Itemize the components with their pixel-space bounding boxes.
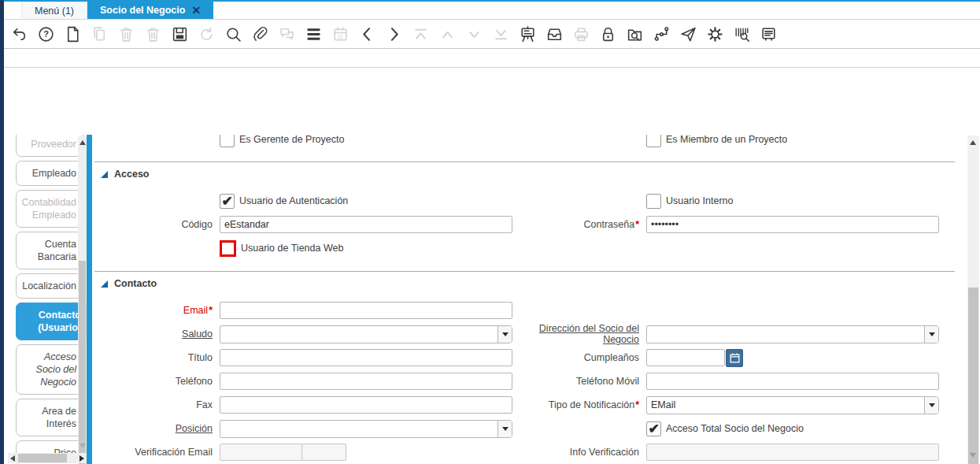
dropdown-arrow-icon[interactable]	[497, 421, 512, 437]
email-input[interactable]	[220, 302, 512, 319]
email-label: Email	[183, 305, 208, 316]
toolbar: ?31	[4, 20, 980, 49]
verificacion-email-input-2	[301, 444, 346, 461]
sidebar-tab-label: Empleado	[32, 168, 76, 179]
next-record-icon[interactable]	[385, 25, 403, 43]
scroll-up-icon[interactable]	[80, 140, 86, 145]
saludo-label[interactable]: Saludo	[94, 329, 213, 340]
titulo-label: Título	[94, 352, 213, 363]
collapse-triangle-icon[interactable]	[101, 171, 108, 178]
group-header-contacto[interactable]: Contacto	[101, 277, 967, 290]
telefono-input[interactable]	[220, 373, 512, 390]
quick-form-icon[interactable]	[760, 25, 778, 43]
grid-toggle-icon[interactable]	[305, 25, 323, 43]
sidebar-tab-area-de-interes[interactable]: Area de Interés	[16, 399, 83, 436]
zoom-across-icon[interactable]	[626, 25, 644, 43]
sidebar-vertical-scrollbar[interactable]	[78, 136, 87, 452]
scroll-down-icon[interactable]	[970, 453, 976, 458]
new-record-icon[interactable]	[64, 25, 82, 43]
previous-record-icon[interactable]	[358, 25, 376, 43]
required-asterisk: *	[635, 399, 639, 410]
sidebar-tab-label: Contabilidad Proveedor	[22, 135, 77, 150]
section-separator	[94, 271, 955, 272]
es-gerente-de-proyecto-checkbox[interactable]	[220, 135, 235, 147]
acceso-total-socio-checkbox[interactable]: ✔	[646, 421, 661, 436]
main-area: Contabilidad ProveedorEmpleadoContabilid…	[4, 67, 980, 464]
es-gerente-de-proyecto-label: Es Gerente de Proyecto	[239, 135, 344, 145]
save-icon[interactable]	[171, 25, 189, 43]
sidebar-tab-label: Acceso Socio del Negocio	[36, 351, 76, 388]
telefono-movil-input[interactable]	[646, 373, 939, 390]
sidebar-tabs: Contabilidad ProveedorEmpleadoContabilid…	[8, 135, 87, 464]
group-header-acceso[interactable]: Acceso	[101, 168, 967, 180]
attachment-icon[interactable]	[251, 25, 269, 43]
dropdown-arrow-icon[interactable]	[924, 397, 938, 414]
usuario-de-autenticacion-label: Usuario de Autenticación	[239, 195, 348, 206]
section-separator	[94, 161, 955, 162]
acceso-total-socio-label: Acceso Total Socio del Negocio	[666, 423, 804, 434]
window-left-edge	[0, 0, 4, 464]
export-icon[interactable]	[679, 25, 697, 43]
detail-record-icon	[465, 25, 483, 43]
product-info-icon[interactable]	[733, 25, 751, 43]
archive-icon[interactable]	[545, 25, 564, 43]
cumpleanos-input[interactable]	[646, 349, 725, 366]
required-asterisk: *	[209, 305, 213, 316]
sidebar-tab-label: Cuenta Bancaria	[38, 239, 76, 262]
usuario-interno-checkbox[interactable]	[646, 194, 661, 209]
codigo-input[interactable]	[220, 216, 512, 233]
sidebar-tab-cuenta-bancaria[interactable]: Cuenta Bancaria	[16, 232, 83, 269]
usuario-de-tienda-web-checkbox[interactable]	[220, 240, 236, 257]
codigo-label: Código	[94, 219, 213, 230]
es-miembro-de-un-proyecto-label: Es Miembro de un Proyecto	[666, 135, 787, 145]
direccion-del-socio-label[interactable]: Dirección del Socio del Negocio	[520, 323, 639, 346]
workflow-icon[interactable]	[653, 25, 671, 43]
posicion-label[interactable]: Posición	[94, 423, 213, 434]
sidebar-tab-acceso-socio-del-negocio[interactable]: Acceso Socio del Negocio	[16, 344, 83, 395]
titulo-input[interactable]	[220, 349, 512, 366]
last-record-icon	[492, 25, 510, 43]
main-vertical-scrollbar[interactable]	[967, 135, 979, 462]
scroll-up-icon[interactable]	[970, 140, 976, 145]
fax-input[interactable]	[220, 396, 512, 414]
accent-top-line	[0, 0, 980, 2]
undo-icon[interactable]	[10, 25, 28, 43]
sidebar-tab-contabilidad-proveedor[interactable]: Contabilidad Proveedor	[16, 135, 83, 157]
saludo-combobox[interactable]	[220, 325, 512, 343]
sidebar-tab-contacto-usuario[interactable]: Contacto (Usuario)	[16, 303, 87, 340]
close-tab-icon[interactable]: ✕	[191, 5, 201, 16]
sidebar-horizontal-scrollbar[interactable]	[8, 453, 87, 463]
collapse-triangle-icon[interactable]	[101, 280, 108, 288]
info-verificacion-label: Info Verificación	[520, 447, 639, 458]
window-tab-socio-del-negocio[interactable]: Socio del Negocio ✕	[87, 2, 213, 19]
dropdown-arrow-icon[interactable]	[924, 326, 938, 343]
es-miembro-de-un-proyecto-checkbox[interactable]	[646, 135, 661, 147]
scroll-right-icon[interactable]	[80, 455, 84, 462]
scroll-down-icon[interactable]	[80, 444, 86, 448]
posicion-combobox[interactable]	[220, 420, 512, 438]
scrollbar-thumb[interactable]	[18, 454, 67, 462]
sidebar-tab-contabilidad-empleado[interactable]: Contabilidad Empleado	[16, 190, 83, 228]
chat-icon	[278, 25, 296, 43]
dropdown-arrow-icon[interactable]	[497, 326, 512, 343]
scrollbar-thumb[interactable]	[968, 288, 978, 464]
window-tab-label: Socio del Negocio	[100, 5, 185, 16]
tipo-de-notificacion-combobox[interactable]: EMail	[646, 396, 939, 414]
lock-icon[interactable]	[599, 25, 617, 43]
svg-text:31: 31	[338, 34, 344, 39]
preferences-icon[interactable]	[706, 25, 724, 43]
usuario-interno-label: Usuario Interno	[666, 195, 733, 206]
scroll-left-icon[interactable]	[10, 455, 15, 462]
direccion-del-socio-combobox[interactable]	[646, 325, 939, 343]
scrollbar-thumb[interactable]	[79, 261, 86, 464]
window-tab-menu[interactable]: Menú (1)	[21, 2, 87, 19]
report-icon[interactable]	[519, 25, 537, 43]
sidebar-tab-localizacion[interactable]: Localización	[16, 273, 83, 299]
find-icon[interactable]	[224, 25, 242, 43]
help-icon[interactable]: ?	[37, 25, 55, 43]
contrasena-input[interactable]	[646, 216, 939, 233]
calendar-picker-icon[interactable]	[726, 349, 743, 367]
sidebar-tab-label: Localización	[22, 280, 76, 291]
usuario-de-autenticacion-checkbox[interactable]: ✔	[220, 194, 235, 209]
sidebar-tab-empleado[interactable]: Empleado	[16, 161, 83, 186]
